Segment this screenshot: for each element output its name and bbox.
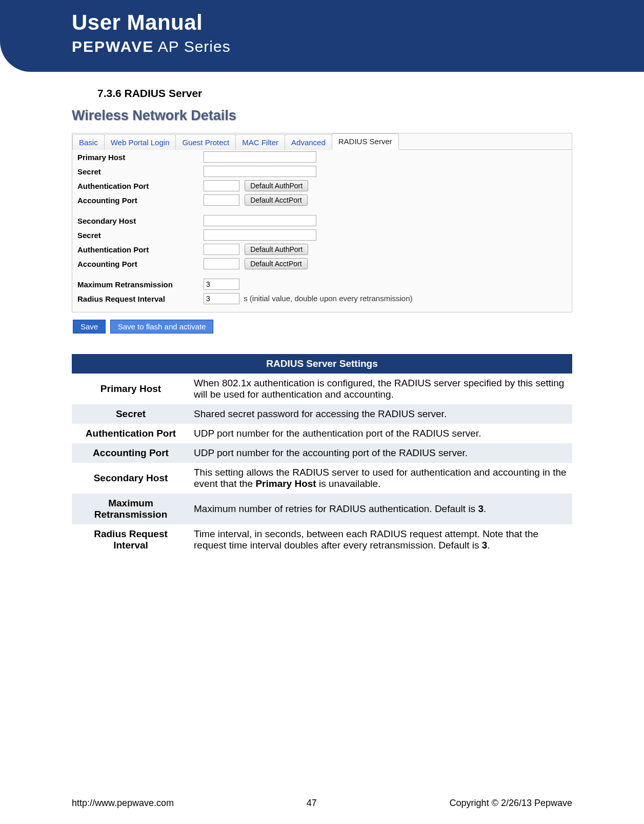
setting-desc: Time interval, in seconds, between each … <box>190 524 572 555</box>
brand-bold: PEPWAVE <box>72 38 154 55</box>
input-secondary-auth-port[interactable] <box>204 244 239 255</box>
settings-header: RADIUS Server Settings <box>72 354 572 374</box>
section-heading: 7.3.6 RADIUS Server <box>97 87 572 100</box>
tab-basic[interactable]: Basic <box>72 134 105 150</box>
input-secondary-host[interactable] <box>204 215 316 226</box>
input-primary-host[interactable] <box>204 151 316 163</box>
setting-name: Maximum Retransmission <box>72 494 190 524</box>
setting-name: Authentication Port <box>72 424 190 443</box>
manual-title: User Manual <box>72 10 644 35</box>
label-secondary-secret: Secret <box>72 228 200 242</box>
desc-post: is unavailable. <box>316 478 381 489</box>
document-header: User Manual PEPWAVE AP Series <box>0 0 644 72</box>
desc-bold: 3 <box>482 540 488 551</box>
desc-pre: Maximum number of retries for RADIUS aut… <box>194 503 478 514</box>
input-secondary-secret[interactable] <box>204 229 316 241</box>
radius-form: Primary Host Secret Authentication Port … <box>72 150 572 312</box>
panel-title: Wireless Network Details <box>72 108 572 124</box>
footer-page-number: 47 <box>307 798 317 809</box>
setting-name: Primary Host <box>72 374 190 404</box>
label-req-interval: Radius Request Interval <box>72 291 200 306</box>
hint-req-interval: s (initial value, double upon every retr… <box>244 294 412 303</box>
setting-desc: When 802.1x authentication is configured… <box>190 374 572 404</box>
setting-desc: Shared secret password for accessing the… <box>190 404 572 424</box>
tab-advanced[interactable]: Advanced <box>285 134 332 150</box>
btn-default-authport-primary[interactable]: Default AuthPort <box>245 180 308 191</box>
save-button-row: Save Save to flash and activate <box>73 320 572 333</box>
label-max-retrans: Maximum Retransmission <box>72 277 200 291</box>
save-button[interactable]: Save <box>73 320 106 333</box>
input-req-interval[interactable] <box>204 293 239 304</box>
settings-description-table: RADIUS Server Settings Primary Host When… <box>72 354 572 555</box>
input-secondary-acct-port[interactable] <box>204 258 239 269</box>
input-primary-auth-port[interactable] <box>204 180 239 191</box>
page-footer: http://www.pepwave.com 47 Copyright © 2/… <box>0 798 644 809</box>
desc-post: . <box>484 503 486 514</box>
label-secondary-host: Secondary Host <box>72 213 200 228</box>
setting-desc: Maximum number of retries for RADIUS aut… <box>190 494 572 524</box>
setting-desc: UDP port number for the authentication p… <box>190 424 572 443</box>
label-secondary-auth-port: Authentication Port <box>72 242 200 257</box>
setting-name: Secondary Host <box>72 463 190 494</box>
label-primary-acct-port: Accounting Port <box>72 193 200 207</box>
tab-bar: Basic Web Portal Login Guest Protect MAC… <box>72 133 572 150</box>
tab-mac-filter[interactable]: MAC Filter <box>235 134 285 150</box>
desc-bold: Primary Host <box>255 478 316 489</box>
desc-post: . <box>487 540 490 551</box>
tab-web-portal-login[interactable]: Web Portal Login <box>104 134 176 150</box>
tab-guest-protect[interactable]: Guest Protect <box>175 134 236 150</box>
btn-default-acctport-primary[interactable]: Default AcctPort <box>245 194 307 206</box>
label-primary-secret: Secret <box>72 164 200 179</box>
brand-line: PEPWAVE AP Series <box>72 38 644 55</box>
setting-desc: UDP port number for the accounting port … <box>190 443 572 463</box>
footer-copyright: Copyright © 2/26/13 Pepwave <box>450 798 572 809</box>
save-flash-button[interactable]: Save to flash and activate <box>110 320 214 333</box>
input-primary-acct-port[interactable] <box>204 194 239 206</box>
setting-name: Accounting Port <box>72 443 190 463</box>
label-primary-host: Primary Host <box>72 150 200 164</box>
tab-radius-server[interactable]: RADIUS Server <box>332 133 399 150</box>
label-primary-auth-port: Authentication Port <box>72 179 200 193</box>
input-primary-secret[interactable] <box>204 166 316 177</box>
btn-default-authport-secondary[interactable]: Default AuthPort <box>245 244 308 255</box>
setting-desc: This setting allows the RADIUS server to… <box>190 463 572 494</box>
radius-config-panel: Basic Web Portal Login Guest Protect MAC… <box>72 133 572 312</box>
brand-light: AP Series <box>154 38 231 55</box>
desc-bold: 3 <box>478 503 484 514</box>
setting-name: Secret <box>72 404 190 424</box>
footer-url: http://www.pepwave.com <box>72 798 174 809</box>
label-secondary-acct-port: Accounting Port <box>72 257 200 271</box>
setting-name: Radius Request Interval <box>72 524 190 555</box>
input-max-retrans[interactable] <box>204 279 239 290</box>
btn-default-acctport-secondary[interactable]: Default AcctPort <box>245 258 307 269</box>
